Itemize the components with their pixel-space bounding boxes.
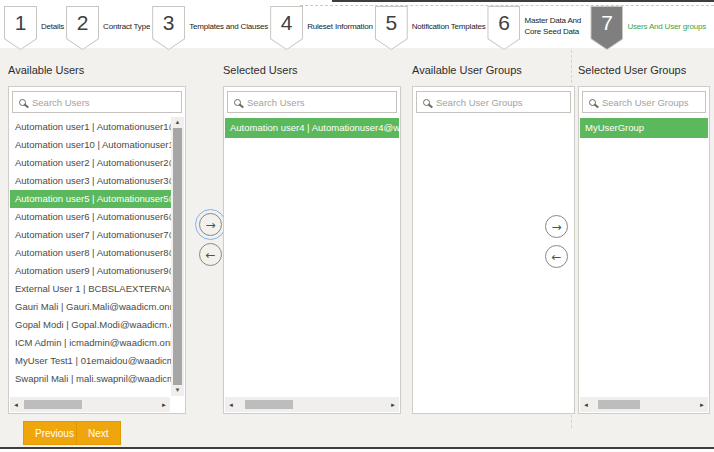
step-details: 1 Details bbox=[4, 6, 64, 52]
step-templates-and-clauses: 3 Templates and Clauses bbox=[152, 6, 268, 52]
selected-users-listbox: Automation user4 | Automationuser4@waa ◄… bbox=[223, 86, 401, 414]
step-1-tag[interactable]: 1 bbox=[4, 6, 37, 50]
step-label: Ruleset Information bbox=[307, 22, 373, 52]
horizontal-scrollbar[interactable]: ◄ ► bbox=[10, 397, 170, 412]
search-users-input[interactable] bbox=[32, 97, 175, 108]
arrow-right-icon: → bbox=[551, 220, 561, 234]
step-5-tag[interactable]: 5 bbox=[375, 6, 408, 50]
available-user-groups-title: Available User Groups bbox=[412, 64, 522, 76]
step-master-data: 6 Master Data And Core Seed Data bbox=[487, 6, 588, 52]
list-item[interactable]: Automation user10 | Automationuser10@ bbox=[10, 136, 171, 154]
list-item[interactable]: Gopal Modi | Gopal.Modi@waadicm.onm bbox=[10, 316, 171, 334]
step-4-tag[interactable]: 4 bbox=[270, 6, 303, 50]
move-groups-right-button[interactable]: → bbox=[545, 215, 568, 238]
arrow-left-icon: ← bbox=[551, 250, 561, 264]
step-2-tag[interactable]: 2 bbox=[66, 6, 99, 50]
step-6-tag[interactable]: 6 bbox=[487, 6, 520, 50]
selected-user-groups-searchbox bbox=[582, 91, 706, 113]
search-selected-users-input[interactable] bbox=[247, 97, 390, 108]
step-label: Users And User groups bbox=[627, 22, 706, 52]
list-item[interactable]: Automation user1 | Automationuser1@w bbox=[10, 118, 171, 136]
scroll-right-icon[interactable]: ► bbox=[387, 402, 399, 408]
horizontal-scrollbar-thumb[interactable] bbox=[245, 400, 293, 409]
step-label: Templates and Clauses bbox=[189, 22, 268, 52]
available-user-groups-searchbox bbox=[416, 91, 571, 113]
available-users-list: Automation user1 | Automationuser1@wAuto… bbox=[10, 118, 171, 396]
scroll-left-icon[interactable]: ◄ bbox=[580, 402, 592, 408]
search-icon bbox=[19, 99, 26, 106]
step-7-tag[interactable]: 7 bbox=[590, 6, 623, 50]
list-item[interactable]: Automation user7 | Automationuser7@w bbox=[10, 226, 171, 244]
list-item[interactable]: Automation user3 | Automationuser3@w bbox=[10, 172, 171, 190]
step-users-and-user-groups: 7 Users And User groups bbox=[590, 6, 706, 52]
move-users-left-button[interactable]: ← bbox=[199, 243, 222, 266]
scroll-left-icon[interactable]: ◄ bbox=[225, 402, 237, 408]
users-and-user-groups-screen: 1 Details 2 Contract Type 3 Templates an… bbox=[0, 0, 714, 452]
list-item[interactable]: ICM Admin | icmadmin@waadicm.onmi bbox=[10, 334, 171, 352]
vertical-scrollbar-thumb[interactable] bbox=[173, 128, 182, 385]
list-item[interactable]: Automation user6 | Automationuser6@w bbox=[10, 208, 171, 226]
list-item[interactable]: MyUser Test1 | 01emaidou@waadicm.on bbox=[10, 352, 171, 370]
list-item[interactable]: Automation user4 | Automationuser4@waa bbox=[225, 118, 399, 138]
wizard-steps: 1 Details 2 Contract Type 3 Templates an… bbox=[0, 0, 714, 52]
step-contract-type: 2 Contract Type bbox=[66, 6, 150, 52]
available-users-title: Available Users bbox=[8, 64, 84, 76]
selected-users-title: Selected Users bbox=[223, 64, 298, 76]
move-groups-left-button[interactable]: ← bbox=[545, 245, 568, 268]
selected-users-list: Automation user4 | Automationuser4@waa bbox=[225, 118, 399, 396]
step-label: Details bbox=[41, 22, 64, 52]
search-icon bbox=[423, 99, 430, 106]
list-item[interactable]: Automation user5 | Automationuser5@w bbox=[10, 190, 171, 208]
step-label: Master Data And Core Seed Data bbox=[524, 16, 588, 52]
search-user-groups-input[interactable] bbox=[436, 97, 564, 108]
horizontal-scrollbar[interactable]: ◄ ► bbox=[225, 397, 399, 412]
move-users-right-button[interactable]: → bbox=[199, 213, 222, 236]
search-selected-user-groups-input[interactable] bbox=[602, 97, 699, 108]
scroll-left-icon[interactable]: ◄ bbox=[10, 402, 22, 408]
list-item[interactable]: Automation user8 | Automationuser8@w bbox=[10, 244, 171, 262]
horizontal-scrollbar-thumb[interactable] bbox=[598, 400, 640, 409]
scroll-right-icon[interactable]: ► bbox=[158, 402, 170, 408]
window-edge-bottom bbox=[0, 447, 714, 449]
list-item[interactable]: Gauri Mali | Gauri.Mali@waadicm.onmic bbox=[10, 298, 171, 316]
search-icon bbox=[589, 99, 596, 106]
horizontal-scrollbar[interactable]: ◄ ► bbox=[580, 397, 708, 412]
vertical-scrollbar[interactable]: ▲ ▼ bbox=[171, 117, 184, 396]
step-label: Contract Type bbox=[103, 22, 150, 52]
scroll-right-icon[interactable]: ► bbox=[696, 402, 708, 408]
selected-user-groups-title: Selected User Groups bbox=[578, 64, 686, 76]
list-item[interactable]: Automation user9 | Automationuser9@w bbox=[10, 262, 171, 280]
step-label: Notification Templates bbox=[412, 22, 486, 52]
step-3-tag[interactable]: 3 bbox=[152, 6, 185, 50]
horizontal-scrollbar-thumb[interactable] bbox=[24, 400, 82, 409]
next-button[interactable]: Next bbox=[76, 421, 121, 445]
available-users-listbox: Automation user1 | Automationuser1@wAuto… bbox=[8, 86, 186, 414]
selected-users-searchbox bbox=[227, 91, 397, 113]
step-notification-templates: 5 Notification Templates bbox=[375, 6, 486, 52]
list-item[interactable]: MyUserGroup bbox=[580, 118, 708, 138]
arrow-right-icon: → bbox=[205, 218, 215, 232]
arrow-left-icon: ← bbox=[205, 248, 215, 262]
list-item[interactable]: Automation user2 | Automationuser2@w bbox=[10, 154, 171, 172]
scroll-up-icon[interactable]: ▲ bbox=[171, 117, 184, 128]
available-users-searchbox bbox=[12, 91, 182, 113]
selected-user-groups-listbox: MyUserGroup ◄ ► bbox=[578, 86, 710, 414]
selected-user-groups-list: MyUserGroup bbox=[580, 118, 708, 396]
step-ruleset-information: 4 Ruleset Information bbox=[270, 6, 373, 52]
search-icon bbox=[234, 99, 241, 106]
list-item[interactable]: Swapnil Mali | mali.swapnil@waadicm.on bbox=[10, 370, 171, 388]
list-item[interactable]: External User 1 | BCBSLAEXTERNALUSER bbox=[10, 280, 171, 298]
scroll-down-icon[interactable]: ▼ bbox=[171, 385, 184, 396]
